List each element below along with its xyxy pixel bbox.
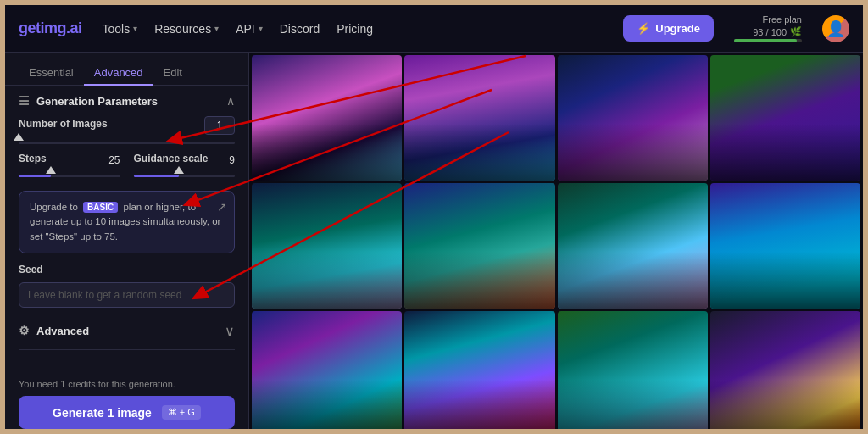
tab-advanced[interactable]: Advanced [84,61,153,86]
credits-bar-fill [734,39,797,42]
steps-value: 25 [108,154,120,166]
generate-button[interactable]: Generate 1 image ⌘ + G [19,396,235,429]
guidance-slider-thumb [174,166,184,174]
content-grid [249,53,863,434]
leaf-icon: 🌿 [790,26,802,37]
guidance-slider-fill [134,175,180,177]
upgrade-button[interactable]: ⚡ Upgrade [623,15,714,42]
advanced-chevron-icon[interactable]: ∨ [225,323,235,339]
grid-item-9[interactable] [252,311,402,434]
basic-badge[interactable]: BASIC [83,202,118,213]
seed-section: Seed [5,260,248,311]
advanced-section: ⚙ Advanced ∨ [5,314,248,344]
generate-label: Generate 1 image [53,406,152,420]
grid-item-11[interactable] [558,311,708,434]
api-label: API [236,22,255,36]
avatar[interactable]: 👤 [822,15,849,42]
steps-slider-track[interactable] [19,175,120,177]
logo[interactable]: getimg.ai [19,19,82,37]
advanced-label: ⚙ Advanced [19,324,89,337]
section-header: ☰ Generation Parameters ∧ [5,86,248,113]
nav-discord[interactable]: Discord [280,22,320,36]
resources-label: Resources [154,22,211,36]
seed-input[interactable] [19,282,235,308]
grid-item-2[interactable] [404,55,554,181]
sidebar-divider [19,349,235,350]
free-plan-label: Free plan [763,14,802,25]
steps-slider-fill [19,175,51,177]
tab-edit[interactable]: Edit [153,61,192,86]
grid-item-6[interactable] [404,183,554,309]
section-title: ☰ Generation Parameters [19,94,158,108]
advanced-text: Advanced [36,325,89,337]
pricing-label: Pricing [337,22,373,36]
tools-chevron: ▾ [133,24,137,33]
grid-item-4[interactable] [710,55,860,181]
upgrade-label: Upgrade [655,22,700,35]
credits-bar-bg [734,39,802,42]
bolt-icon: ⚡ [637,22,650,35]
sidebar-tabs: Essential Advanced Edit [5,53,248,86]
guidance-value: 9 [229,154,235,166]
main-layout: Essential Advanced Edit ☰ Generation Par… [5,53,863,434]
guidance-slider-track[interactable] [134,175,236,177]
grid-item-10[interactable] [404,311,554,434]
num-images-slider-thumb [14,133,24,141]
gear-icon: ⚙ [19,324,30,337]
nav-pricing[interactable]: Pricing [337,22,373,36]
upgrade-banner: Upgrade to BASIC plan or higher, to gene… [19,191,235,253]
navbar: getimg.ai Tools ▾ Resources ▾ API ▾ Disc… [5,5,863,53]
num-images-value[interactable]: 1 [204,116,235,135]
grid-item-1[interactable] [252,55,402,181]
grid-item-8[interactable] [710,183,860,309]
external-link-icon[interactable]: ↗ [217,198,227,216]
steps-label: Steps [19,153,47,164]
steps-col: Steps 25 [19,153,120,181]
num-images-label: Number of Images [19,118,108,130]
steps-slider-thumb [46,166,56,174]
api-chevron: ▾ [259,24,263,33]
tools-label: Tools [103,22,131,36]
guidance-label: Guidance scale [134,153,209,164]
grid-item-5[interactable] [252,183,402,309]
guidance-col: Guidance scale 9 [134,153,236,181]
credits-count: 93 / 100 [753,27,787,37]
tab-essential[interactable]: Essential [19,61,84,86]
free-plan-info: Free plan 93 / 100 🌿 [734,14,802,42]
generate-shortcut: ⌘ + G [162,405,201,420]
list-icon: ☰ [19,94,30,108]
credits-note: You need 1 credits for this generation. [19,379,235,389]
resources-chevron: ▾ [214,24,219,33]
collapse-button[interactable]: ∧ [226,94,235,108]
sidebar: Essential Advanced Edit ☰ Generation Par… [5,53,249,434]
nav-tools[interactable]: Tools ▾ [103,22,138,36]
nav-api[interactable]: API ▾ [236,22,263,36]
discord-label: Discord [280,22,320,36]
grid-item-12[interactable] [710,311,860,434]
sidebar-footer: You need 1 credits for this generation. … [5,372,248,429]
num-images-slider-track[interactable] [19,142,235,144]
nav-links: Tools ▾ Resources ▾ API ▾ Discord Pricin… [103,22,373,36]
grid-item-7[interactable] [558,183,708,309]
steps-guidance-row: Steps 25 Guidance scale 9 [5,149,248,184]
seed-label: Seed [19,264,235,275]
grid-item-3[interactable] [558,55,708,181]
nav-resources[interactable]: Resources ▾ [154,22,219,36]
num-images-param: Number of Images 1 [5,113,248,149]
section-title-text: Generation Parameters [36,95,158,108]
